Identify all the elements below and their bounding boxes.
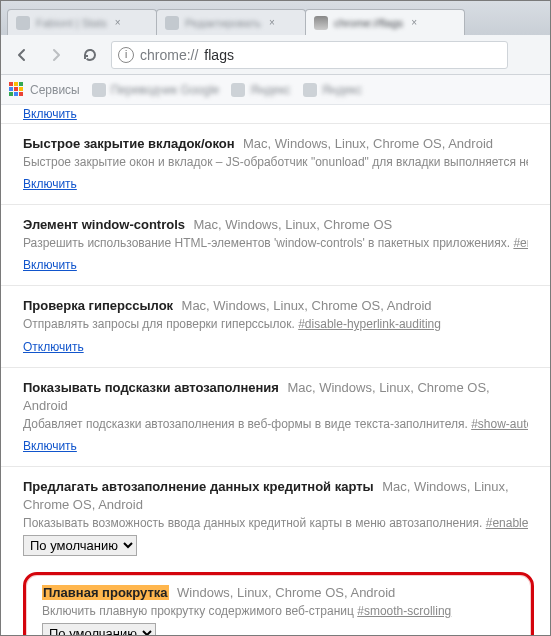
flag-autofill-hints: Показывать подсказки автозаполнения Mac,…	[1, 367, 550, 466]
tab-label: chrome://flags	[334, 17, 403, 29]
url-path: flags	[204, 47, 234, 63]
tab-strip: Fabiont | Stats × Редактировать × chrome…	[1, 1, 550, 35]
bookmark-icon	[303, 83, 317, 97]
flag-disable-link[interactable]: Отключить	[23, 340, 84, 354]
apps-icon	[9, 82, 25, 98]
flag-platforms: Mac, Windows, Linux, Chrome OS, Android	[182, 298, 432, 313]
close-icon[interactable]: ×	[409, 18, 419, 28]
flag-window-controls: Элемент window-controls Mac, Windows, Li…	[1, 204, 550, 285]
bookmark-label: Переводчик Google	[111, 83, 220, 97]
url-scheme: chrome://	[140, 47, 198, 63]
top-enable-link: Включить	[1, 105, 550, 123]
back-button[interactable]	[9, 42, 35, 68]
flag-description: Отправлять запросы для проверки гиперссы…	[23, 316, 528, 332]
flag-hash-link[interactable]: #enable-credit-card-	[486, 516, 528, 530]
reload-button[interactable]	[77, 42, 103, 68]
flag-select[interactable]: По умолчанию	[23, 535, 137, 556]
flag-hash-link[interactable]: #disable-hyperlink-auditing	[298, 317, 441, 331]
tab-2-active[interactable]: chrome://flags ×	[305, 9, 465, 35]
highlighted-flag-box: Плавная прокрутка Windows, Linux, Chrome…	[23, 572, 534, 635]
apps-label: Сервисы	[30, 83, 80, 97]
flag-description: Добавляет подсказки автозаполнения в веб…	[23, 416, 528, 432]
bookmark-icon	[92, 83, 106, 97]
bookmark-label: Яндекс	[322, 83, 362, 97]
close-icon[interactable]: ×	[267, 18, 277, 28]
flag-select[interactable]: По умолчанию	[42, 623, 156, 635]
toolbar: i chrome://flags	[1, 35, 550, 75]
enable-link[interactable]: Включить	[23, 107, 77, 121]
bookmark-item[interactable]: Переводчик Google	[92, 83, 220, 97]
flag-icon	[314, 16, 328, 30]
apps-shortcut[interactable]: Сервисы	[9, 82, 80, 98]
flag-title: Быстрое закрытие вкладок/окон	[23, 136, 235, 151]
bookmarks-bar: Сервисы Переводчик Google Яндекс Яндекс	[1, 75, 550, 105]
close-icon[interactable]: ×	[113, 18, 123, 28]
flag-platforms: Mac, Windows, Linux, Chrome OS, Android	[243, 136, 493, 151]
page-content: Включить Быстрое закрытие вкладок/окон M…	[1, 105, 550, 635]
flag-enable-link[interactable]: Включить	[23, 439, 77, 453]
flag-description: Включить плавную прокрутку содержимого в…	[42, 603, 515, 619]
bookmark-icon	[231, 83, 245, 97]
flag-enable-link[interactable]: Включить	[23, 177, 77, 191]
flag-title: Проверка гиперссылок	[23, 298, 173, 313]
tab-label: Редактировать	[185, 17, 261, 29]
flag-enable-link[interactable]: Включить	[23, 258, 77, 272]
address-bar[interactable]: i chrome://flags	[111, 41, 508, 69]
flag-hyperlink-auditing: Проверка гиперссылок Mac, Windows, Linux…	[1, 285, 550, 366]
flag-platforms: Windows, Linux, Chrome OS, Android	[177, 585, 395, 600]
flag-title: Элемент window-controls	[23, 217, 185, 232]
flag-title: Показывать подсказки автозаполнения	[23, 380, 279, 395]
flag-description: Разрешить использование HTML-элементов '…	[23, 235, 528, 251]
flag-title: Предлагать автозаполнение данных кредитн…	[23, 479, 374, 494]
tab-1[interactable]: Редактировать ×	[156, 9, 306, 35]
flag-hash-link[interactable]: #enable-app-w	[513, 236, 528, 250]
flag-description: Быстрое закрытие окон и вкладок – JS-обр…	[23, 154, 528, 170]
flag-description: Показывать возможность ввода данных кред…	[23, 515, 528, 531]
forward-button[interactable]	[43, 42, 69, 68]
tab-label: Fabiont | Stats	[36, 17, 107, 29]
bookmark-item[interactable]: Яндекс	[231, 83, 290, 97]
flag-hash-link[interactable]: #show-autofill-type-pre	[471, 417, 528, 431]
flag-smooth-scrolling: Плавная прокрутка Windows, Linux, Chrome…	[42, 583, 515, 635]
bookmark-label: Яндекс	[250, 83, 290, 97]
menu-button[interactable]	[516, 42, 542, 68]
flag-credit-card: Предлагать автозаполнение данных кредитн…	[1, 466, 550, 568]
flag-fast-close: Быстрое закрытие вкладок/окон Mac, Windo…	[1, 123, 550, 204]
bookmark-item[interactable]: Яндекс	[303, 83, 362, 97]
favicon	[16, 16, 30, 30]
flag-platforms: Mac, Windows, Linux, Chrome OS	[193, 217, 392, 232]
site-info-icon[interactable]: i	[118, 47, 134, 63]
flag-hash-link[interactable]: #smooth-scrolling	[357, 604, 451, 618]
tab-0[interactable]: Fabiont | Stats ×	[7, 9, 157, 35]
flag-title: Плавная прокрутка	[42, 585, 169, 600]
favicon	[165, 16, 179, 30]
